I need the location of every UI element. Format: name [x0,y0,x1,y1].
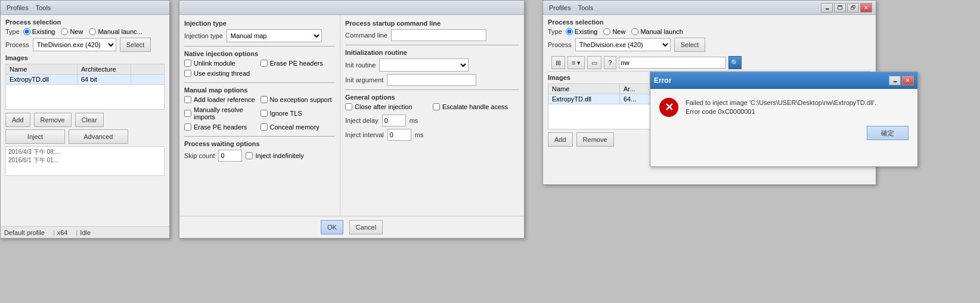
injection-type-label: Injection type [184,32,223,39]
sec-col-name: Name [548,84,620,94]
sec-remove-button[interactable]: Remove [576,132,614,147]
error-close-button[interactable]: ✕ [902,76,914,85]
secondary-close[interactable]: ✕ [860,3,872,13]
existing-radio[interactable] [23,28,30,35]
sec-existing-radio[interactable]: Existing [566,28,598,35]
injection-type-select[interactable]: Manual map Standard injection [227,29,322,42]
menu-profiles[interactable]: Profiles [4,4,31,11]
unlink-module-check[interactable]: Unlink module [184,60,259,67]
inject-indefinitely-check[interactable]: Inject indefinitely [246,152,303,159]
add-button[interactable]: Add [5,113,30,127]
bottom-buttons-row: Inject Advanced [5,129,165,144]
sec-type-radio-group: Existing New Manual launch [566,28,683,35]
command-line-row: Command line [345,29,519,41]
divider-1 [184,46,335,47]
conceal-memory-check[interactable]: Conceal memory [260,123,336,131]
log-line-1: 2016/4/3 下午 08:... [8,148,162,156]
inject-button[interactable]: Inject [5,129,65,144]
interval-ms: ms [415,131,424,138]
ignore-tls-check[interactable]: Ignore TLS [260,106,336,120]
secondary-restore[interactable]: 🗖 [834,3,846,13]
process-row: Process TheDivision.exe (420) Select [5,38,165,52]
process-type-row: Type Existing New Manual launc... [5,28,165,35]
type-radio-group: Existing New Manual launc... [23,28,142,35]
add-loader-ref-check[interactable]: Add loader reference [184,96,259,103]
error-minimize[interactable]: 🗕 [889,76,901,85]
sec-manual-radio[interactable]: Manual launch [631,28,683,35]
existing-radio-item[interactable]: Existing [23,28,55,35]
advanced-button[interactable]: Advanced [69,129,128,144]
inject-delay-input[interactable] [382,115,406,126]
manual-radio-item[interactable]: Manual launc... [89,28,142,35]
main-titlebar: Profiles Tools [1,1,169,15]
init-argument-label: Init argument [345,76,383,84]
toolbar-btn-3[interactable]: ▭ [587,56,601,69]
error-message-block: Failed to inject image 'C:\Users\USER\De… [686,98,876,115]
error-title: Error [654,76,671,85]
process-select[interactable]: TheDivision.exe (420) [33,38,116,51]
cmd-label: Command line [345,32,387,39]
select-button[interactable]: Select [120,38,151,52]
settings-titlebar [179,1,524,15]
settings-dialog: Injection type Injection type Manual map… [179,0,525,239]
new-label: New [70,28,83,35]
log-line-2: 2016/6/1 下午 01... [8,156,162,165]
manually-resolve-check[interactable]: Manually resolve imports [184,106,259,120]
search-icon: 🔍 [731,59,739,67]
error-confirm-button[interactable]: 確定 [867,126,908,140]
native-options-grid: Unlink module Erase PE headers Use exist… [184,60,335,79]
sec-menu-tools[interactable]: Tools [576,4,596,11]
secondary-controls: 🗕 🗖 🗗 ✕ [821,3,872,13]
remove-button[interactable]: Remove [34,113,72,127]
no-exception-check[interactable]: No exception support [260,96,336,103]
secondary-maximize[interactable]: 🗗 [847,3,859,13]
cmd-input[interactable] [391,29,486,41]
error-controls: 🗕 ✕ [889,76,914,85]
sec-process-select[interactable]: TheDivision.exe (420) [575,38,671,51]
status-arch: x64 [57,229,68,236]
cancel-button[interactable]: Cancel [349,220,383,234]
toolbar-help-btn[interactable]: ? [604,56,616,69]
erase-pe-mm-check[interactable]: Erase PE headers [184,123,259,131]
main-window-content: Process selection Type Existing New Manu… [1,15,169,238]
skip-count-label: Skip count [184,152,215,159]
escalate-handle-check[interactable]: Escalate handle acess [433,103,519,110]
init-argument-input[interactable] [387,74,476,86]
process-selection-header: Process selection [5,18,165,26]
manual-map-header: Manual map options [184,86,335,94]
sec-menu-profiles[interactable]: Profiles [547,4,573,11]
log-area: 2016/4/3 下午 08:... 2016/6/1 下午 01... [5,146,165,176]
sec-select-button[interactable]: Select [674,38,706,52]
new-radio-item[interactable]: New [61,28,83,35]
sec-dll-name: ExtropyTD.dll [548,94,620,104]
menu-tools[interactable]: Tools [33,4,54,11]
status-bar: Default profile | x64 | Idle [1,226,169,238]
delay-ms: ms [410,117,418,124]
clear-button[interactable]: Clear [75,113,104,127]
panel-icon: ▭ [591,59,597,67]
search-button[interactable]: 🔍 [728,56,742,69]
images-header: Images [5,54,165,61]
secondary-minimize[interactable]: 🗕 [821,3,833,13]
skip-count-input[interactable] [218,150,242,162]
col-arch: Architecture [77,64,131,74]
process-label: Process [5,41,29,48]
inject-interval-label: Inject interval [345,131,384,138]
new-radio[interactable] [61,28,68,35]
use-existing-thread-check[interactable]: Use existing thread [184,70,259,77]
search-input[interactable] [619,57,726,69]
init-routine-select[interactable] [379,58,469,72]
main-menu: Profiles Tools [4,4,53,11]
close-after-injection-check[interactable]: Close after injection [345,103,432,110]
toolbar-btn-1[interactable]: ⊞ [551,56,565,69]
ok-button[interactable]: OK [321,220,343,234]
erase-pe-headers-check[interactable]: Erase PE headers [260,60,336,67]
sec-add-button[interactable]: Add [548,132,573,147]
error-icon: ✕ [659,98,678,117]
sec-new-radio[interactable]: New [603,28,625,35]
toolbar-btn-2[interactable]: ≡ ▾ [567,56,585,69]
existing-label: Existing [32,28,55,35]
inject-interval-input[interactable] [387,129,411,141]
table-row[interactable]: ExtropyTD.dll 64 bit [6,75,164,85]
manual-radio[interactable] [89,28,96,35]
